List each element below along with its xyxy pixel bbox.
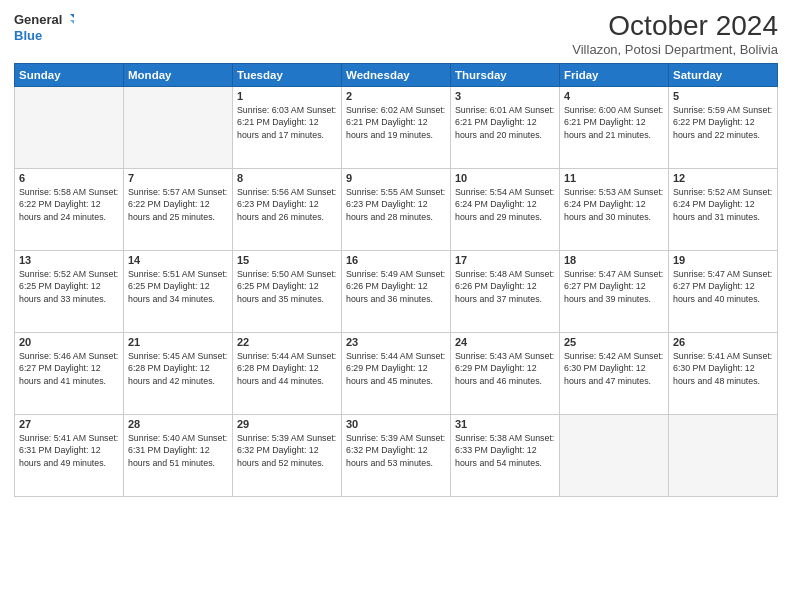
day-info: Sunrise: 5:38 AM Sunset: 6:33 PM Dayligh… (455, 432, 555, 469)
day-info: Sunrise: 5:40 AM Sunset: 6:31 PM Dayligh… (128, 432, 228, 469)
day-info: Sunrise: 5:58 AM Sunset: 6:22 PM Dayligh… (19, 186, 119, 223)
svg-marker-2 (70, 14, 74, 20)
day-number: 11 (564, 172, 664, 184)
day-number: 9 (346, 172, 446, 184)
svg-text:General: General (14, 12, 62, 27)
location: Villazon, Potosi Department, Bolivia (572, 42, 778, 57)
day-info: Sunrise: 5:43 AM Sunset: 6:29 PM Dayligh… (455, 350, 555, 387)
week-row-4: 20Sunrise: 5:46 AM Sunset: 6:27 PM Dayli… (15, 333, 778, 415)
header-wednesday: Wednesday (342, 64, 451, 87)
calendar-header-row: SundayMondayTuesdayWednesdayThursdayFrid… (15, 64, 778, 87)
day-info: Sunrise: 5:41 AM Sunset: 6:31 PM Dayligh… (19, 432, 119, 469)
calendar-cell (15, 87, 124, 169)
day-number: 24 (455, 336, 555, 348)
calendar-cell: 23Sunrise: 5:44 AM Sunset: 6:29 PM Dayli… (342, 333, 451, 415)
calendar-cell: 18Sunrise: 5:47 AM Sunset: 6:27 PM Dayli… (560, 251, 669, 333)
day-number: 19 (673, 254, 773, 266)
day-info: Sunrise: 5:51 AM Sunset: 6:25 PM Dayligh… (128, 268, 228, 305)
day-info: Sunrise: 5:56 AM Sunset: 6:23 PM Dayligh… (237, 186, 337, 223)
page-header: General Blue October 2024 Villazon, Poto… (14, 10, 778, 57)
calendar-cell: 31Sunrise: 5:38 AM Sunset: 6:33 PM Dayli… (451, 415, 560, 497)
calendar-table: SundayMondayTuesdayWednesdayThursdayFrid… (14, 63, 778, 497)
day-info: Sunrise: 6:02 AM Sunset: 6:21 PM Dayligh… (346, 104, 446, 141)
calendar-cell: 7Sunrise: 5:57 AM Sunset: 6:22 PM Daylig… (124, 169, 233, 251)
day-number: 26 (673, 336, 773, 348)
week-row-2: 6Sunrise: 5:58 AM Sunset: 6:22 PM Daylig… (15, 169, 778, 251)
day-info: Sunrise: 5:45 AM Sunset: 6:28 PM Dayligh… (128, 350, 228, 387)
day-number: 18 (564, 254, 664, 266)
calendar-cell: 26Sunrise: 5:41 AM Sunset: 6:30 PM Dayli… (669, 333, 778, 415)
day-info: Sunrise: 5:44 AM Sunset: 6:29 PM Dayligh… (346, 350, 446, 387)
day-number: 25 (564, 336, 664, 348)
day-number: 3 (455, 90, 555, 102)
day-number: 12 (673, 172, 773, 184)
day-info: Sunrise: 5:42 AM Sunset: 6:30 PM Dayligh… (564, 350, 664, 387)
title-block: October 2024 Villazon, Potosi Department… (572, 10, 778, 57)
day-number: 7 (128, 172, 228, 184)
calendar-cell: 5Sunrise: 5:59 AM Sunset: 6:22 PM Daylig… (669, 87, 778, 169)
day-number: 16 (346, 254, 446, 266)
calendar-cell: 10Sunrise: 5:54 AM Sunset: 6:24 PM Dayli… (451, 169, 560, 251)
day-info: Sunrise: 5:47 AM Sunset: 6:27 PM Dayligh… (673, 268, 773, 305)
day-info: Sunrise: 5:52 AM Sunset: 6:24 PM Dayligh… (673, 186, 773, 223)
calendar-cell: 11Sunrise: 5:53 AM Sunset: 6:24 PM Dayli… (560, 169, 669, 251)
calendar-cell: 3Sunrise: 6:01 AM Sunset: 6:21 PM Daylig… (451, 87, 560, 169)
day-number: 5 (673, 90, 773, 102)
day-number: 30 (346, 418, 446, 430)
logo-svg: General Blue (14, 10, 74, 48)
day-info: Sunrise: 5:41 AM Sunset: 6:30 PM Dayligh… (673, 350, 773, 387)
calendar-cell (560, 415, 669, 497)
day-info: Sunrise: 5:39 AM Sunset: 6:32 PM Dayligh… (237, 432, 337, 469)
calendar-cell: 1Sunrise: 6:03 AM Sunset: 6:21 PM Daylig… (233, 87, 342, 169)
calendar-cell: 30Sunrise: 5:39 AM Sunset: 6:32 PM Dayli… (342, 415, 451, 497)
day-info: Sunrise: 5:55 AM Sunset: 6:23 PM Dayligh… (346, 186, 446, 223)
calendar-cell: 20Sunrise: 5:46 AM Sunset: 6:27 PM Dayli… (15, 333, 124, 415)
day-info: Sunrise: 5:53 AM Sunset: 6:24 PM Dayligh… (564, 186, 664, 223)
calendar-cell: 22Sunrise: 5:44 AM Sunset: 6:28 PM Dayli… (233, 333, 342, 415)
day-info: Sunrise: 5:54 AM Sunset: 6:24 PM Dayligh… (455, 186, 555, 223)
svg-marker-3 (70, 20, 74, 26)
day-number: 6 (19, 172, 119, 184)
calendar-cell: 8Sunrise: 5:56 AM Sunset: 6:23 PM Daylig… (233, 169, 342, 251)
day-number: 2 (346, 90, 446, 102)
day-info: Sunrise: 5:48 AM Sunset: 6:26 PM Dayligh… (455, 268, 555, 305)
calendar-cell: 28Sunrise: 5:40 AM Sunset: 6:31 PM Dayli… (124, 415, 233, 497)
day-number: 4 (564, 90, 664, 102)
day-number: 10 (455, 172, 555, 184)
calendar-cell: 16Sunrise: 5:49 AM Sunset: 6:26 PM Dayli… (342, 251, 451, 333)
calendar-cell: 12Sunrise: 5:52 AM Sunset: 6:24 PM Dayli… (669, 169, 778, 251)
calendar-cell: 25Sunrise: 5:42 AM Sunset: 6:30 PM Dayli… (560, 333, 669, 415)
day-info: Sunrise: 5:57 AM Sunset: 6:22 PM Dayligh… (128, 186, 228, 223)
day-info: Sunrise: 6:00 AM Sunset: 6:21 PM Dayligh… (564, 104, 664, 141)
day-info: Sunrise: 5:44 AM Sunset: 6:28 PM Dayligh… (237, 350, 337, 387)
day-info: Sunrise: 6:01 AM Sunset: 6:21 PM Dayligh… (455, 104, 555, 141)
calendar-cell: 29Sunrise: 5:39 AM Sunset: 6:32 PM Dayli… (233, 415, 342, 497)
calendar-cell (669, 415, 778, 497)
day-number: 17 (455, 254, 555, 266)
calendar-cell: 24Sunrise: 5:43 AM Sunset: 6:29 PM Dayli… (451, 333, 560, 415)
calendar-body: 1Sunrise: 6:03 AM Sunset: 6:21 PM Daylig… (15, 87, 778, 497)
logo: General Blue (14, 10, 74, 48)
day-info: Sunrise: 5:52 AM Sunset: 6:25 PM Dayligh… (19, 268, 119, 305)
day-number: 20 (19, 336, 119, 348)
day-info: Sunrise: 5:39 AM Sunset: 6:32 PM Dayligh… (346, 432, 446, 469)
calendar-cell: 19Sunrise: 5:47 AM Sunset: 6:27 PM Dayli… (669, 251, 778, 333)
day-info: Sunrise: 5:59 AM Sunset: 6:22 PM Dayligh… (673, 104, 773, 141)
calendar-cell: 9Sunrise: 5:55 AM Sunset: 6:23 PM Daylig… (342, 169, 451, 251)
day-number: 15 (237, 254, 337, 266)
header-friday: Friday (560, 64, 669, 87)
day-number: 29 (237, 418, 337, 430)
calendar-cell: 15Sunrise: 5:50 AM Sunset: 6:25 PM Dayli… (233, 251, 342, 333)
header-saturday: Saturday (669, 64, 778, 87)
day-number: 28 (128, 418, 228, 430)
day-number: 22 (237, 336, 337, 348)
header-monday: Monday (124, 64, 233, 87)
header-sunday: Sunday (15, 64, 124, 87)
day-number: 31 (455, 418, 555, 430)
calendar-cell: 27Sunrise: 5:41 AM Sunset: 6:31 PM Dayli… (15, 415, 124, 497)
svg-text:Blue: Blue (14, 28, 42, 43)
week-row-5: 27Sunrise: 5:41 AM Sunset: 6:31 PM Dayli… (15, 415, 778, 497)
day-info: Sunrise: 5:47 AM Sunset: 6:27 PM Dayligh… (564, 268, 664, 305)
day-number: 27 (19, 418, 119, 430)
calendar-cell: 21Sunrise: 5:45 AM Sunset: 6:28 PM Dayli… (124, 333, 233, 415)
